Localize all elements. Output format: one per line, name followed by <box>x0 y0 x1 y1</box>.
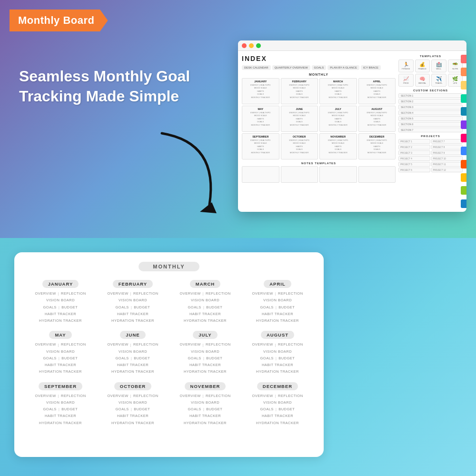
month-link-label[interactable]: HABIT TRACKER <box>45 311 76 317</box>
month-link-label2[interactable]: REFLECTION <box>61 341 86 348</box>
month-link-label[interactable]: HYDRATION TRACKER <box>184 420 227 426</box>
month-link-label[interactable]: VISION BOARD <box>46 348 75 355</box>
month-link-label[interactable]: GOALS <box>260 304 274 311</box>
month-link-label[interactable]: HABIT TRACKER <box>117 362 149 368</box>
month-link-label[interactable]: HABIT TRACKER <box>262 362 293 368</box>
month-link-label[interactable]: VISION BOARD <box>191 399 219 406</box>
month-link-label2[interactable]: BUDGET <box>206 406 222 413</box>
month-name-button[interactable]: NOVEMBER <box>185 382 226 390</box>
month-link-label2[interactable]: REFLECTION <box>133 393 159 399</box>
month-link-label[interactable]: OVERVIEW <box>179 290 200 297</box>
month-link-label[interactable]: HYDRATION TRACKER <box>256 368 299 375</box>
month-link-label[interactable]: VISION BOARD <box>46 297 75 304</box>
month-link-label[interactable]: GOALS <box>43 355 57 362</box>
month-link-label2[interactable]: REFLECTION <box>206 341 231 348</box>
month-link-label[interactable]: GOALS <box>188 304 201 311</box>
month-name-button[interactable]: JUNE <box>120 331 145 339</box>
month-link-label[interactable]: VISION BOARD <box>119 348 147 355</box>
month-link-label[interactable]: HYDRATION TRACKER <box>39 368 82 375</box>
month-link-label[interactable]: OVERVIEW <box>35 341 56 348</box>
month-link-label2[interactable]: BUDGET <box>206 355 222 362</box>
month-link-label[interactable]: VISION BOARD <box>263 399 292 406</box>
month-link-label[interactable]: GOALS <box>188 355 201 362</box>
month-link-label[interactable]: OVERVIEW <box>107 341 128 348</box>
month-link-label2[interactable]: REFLECTION <box>61 290 86 297</box>
month-link-label2[interactable]: BUDGET <box>278 406 295 413</box>
month-link-label[interactable]: OVERVIEW <box>35 290 56 297</box>
month-name-button[interactable]: FEBRUARY <box>113 280 153 288</box>
month-name-button[interactable]: MAY <box>49 331 71 339</box>
month-link-label[interactable]: VISION BOARD <box>119 399 147 406</box>
month-link-label[interactable]: OVERVIEW <box>252 393 273 399</box>
month-link-label[interactable]: HYDRATION TRACKER <box>39 317 82 324</box>
month-link-label[interactable]: HYDRATION TRACKER <box>111 420 154 426</box>
month-link-label[interactable]: HYDRATION TRACKER <box>256 317 299 324</box>
month-link-label2[interactable]: BUDGET <box>278 304 295 311</box>
month-link-label[interactable]: GOALS <box>43 304 57 311</box>
month-name-button[interactable]: APRIL <box>264 280 291 288</box>
month-link-label[interactable]: HABIT TRACKER <box>45 413 76 419</box>
month-link-label2[interactable]: BUDGET <box>134 355 150 362</box>
month-link-label[interactable]: GOALS <box>43 406 57 413</box>
month-link-label[interactable]: OVERVIEW <box>179 393 200 399</box>
month-link-label[interactable]: HABIT TRACKER <box>189 413 221 419</box>
month-name-button[interactable]: OCTOBER <box>114 382 151 390</box>
month-link-label[interactable]: HYDRATION TRACKER <box>184 368 227 375</box>
month-link-label[interactable]: GOALS <box>116 406 129 413</box>
month-link-label[interactable]: HYDRATION TRACKER <box>256 420 299 426</box>
month-link-label[interactable]: OVERVIEW <box>107 290 128 297</box>
month-link-label2[interactable]: BUDGET <box>134 304 150 311</box>
divider: | <box>130 290 131 297</box>
month-link-label2[interactable]: REFLECTION <box>61 393 86 399</box>
month-link-label[interactable]: HABIT TRACKER <box>117 311 149 317</box>
month-link-label2[interactable]: BUDGET <box>206 304 222 311</box>
month-link-label2[interactable]: BUDGET <box>61 355 78 362</box>
month-link-label2[interactable]: BUDGET <box>61 304 78 311</box>
month-name-button[interactable]: SEPTEMBER <box>39 382 82 390</box>
month-link-label[interactable]: VISION BOARD <box>191 348 219 355</box>
month-link-label[interactable]: HYDRATION TRACKER <box>184 317 227 324</box>
month-link-label[interactable]: OVERVIEW <box>35 393 56 399</box>
mockup-titlebar <box>238 40 466 51</box>
month-link-label[interactable]: OVERVIEW <box>179 341 200 348</box>
month-link-label[interactable]: GOALS <box>116 304 129 311</box>
month-link-label2[interactable]: REFLECTION <box>206 290 231 297</box>
month-link-label[interactable]: HYDRATION TRACKER <box>111 368 154 375</box>
month-link-label[interactable]: HABIT TRACKER <box>189 311 221 317</box>
month-link-label[interactable]: OVERVIEW <box>252 290 273 297</box>
month-name-button[interactable]: AUGUST <box>261 331 294 339</box>
month-link-label[interactable]: VISION BOARD <box>263 297 292 304</box>
month-link-label[interactable]: GOALS <box>116 355 129 362</box>
month-link-label2[interactable]: REFLECTION <box>278 290 303 297</box>
month-link-label[interactable]: GOALS <box>188 406 201 413</box>
month-link-label2[interactable]: REFLECTION <box>133 341 159 348</box>
month-name-button[interactable]: JANUARY <box>42 280 79 288</box>
month-link-label2[interactable]: BUDGET <box>278 355 295 362</box>
month-name-button[interactable]: DECEMBER <box>257 382 298 390</box>
month-link-label[interactable]: OVERVIEW <box>252 341 273 348</box>
month-link-label[interactable]: VISION BOARD <box>191 297 219 304</box>
month-link-label[interactable]: HABIT TRACKER <box>262 413 293 419</box>
list-item: SEPTEMBER ENERGY | HEALTH/POMOOD SCALEHA… <box>242 133 279 159</box>
month-link-label[interactable]: GOALS <box>260 406 274 413</box>
month-link-label2[interactable]: REFLECTION <box>278 393 303 399</box>
month-link-label[interactable]: HABIT TRACKER <box>117 413 149 419</box>
month-link-label2[interactable]: REFLECTION <box>133 290 159 297</box>
month-link-label[interactable]: VISION BOARD <box>46 399 75 406</box>
month-link-label[interactable]: VISION BOARD <box>119 297 147 304</box>
list-item: SECTION 5 <box>398 116 463 121</box>
month-link-label[interactable]: OVERVIEW <box>107 393 128 399</box>
month-link-label2[interactable]: BUDGET <box>134 406 150 413</box>
month-link-label2[interactable]: BUDGET <box>61 406 78 413</box>
month-link-label[interactable]: HABIT TRACKER <box>45 362 76 368</box>
month-link-label[interactable]: HABIT TRACKER <box>189 362 221 368</box>
month-link-label[interactable]: GOALS <box>260 355 274 362</box>
month-link-label2[interactable]: REFLECTION <box>278 341 303 348</box>
month-link-label[interactable]: HYDRATION TRACKER <box>39 420 82 426</box>
month-link-label[interactable]: HYDRATION TRACKER <box>111 317 154 324</box>
month-name-button[interactable]: JULY <box>193 331 217 339</box>
month-name-button[interactable]: MARCH <box>190 280 220 288</box>
month-link-label[interactable]: VISION BOARD <box>263 348 292 355</box>
month-link-label2[interactable]: REFLECTION <box>206 393 231 399</box>
month-link-label[interactable]: HABIT TRACKER <box>262 311 293 317</box>
